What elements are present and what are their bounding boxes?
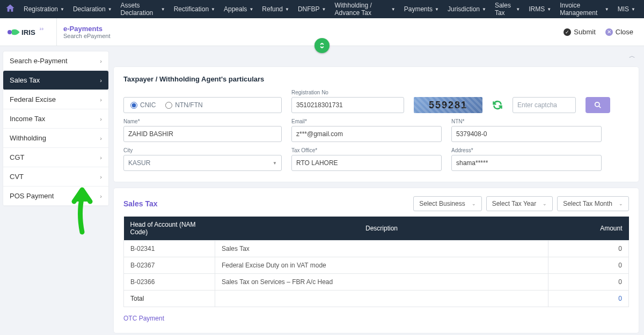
svg-point-3 bbox=[595, 102, 599, 107]
sales-tax-table: Head of Account (NAM Code) Description A… bbox=[123, 217, 629, 307]
collapse-toggle[interactable] bbox=[314, 38, 330, 53]
label-city: City bbox=[123, 147, 282, 153]
captcha-image: 559281 bbox=[414, 97, 482, 113]
table-header-amount: Amount bbox=[548, 217, 629, 241]
table-row: B-02366Sales Tax on Services – FBR A/c H… bbox=[124, 274, 629, 291]
submit-button[interactable]: ✓ Submit bbox=[564, 28, 595, 36]
table-row: B-02341Sales Tax0 bbox=[124, 241, 629, 257]
particulars-card: Taxpayer / Withholding Agent's particula… bbox=[114, 67, 639, 182]
nav-jurisdiction[interactable]: Jurisdiction▼ bbox=[444, 5, 489, 13]
table-header-code: Head of Account (NAM Code) bbox=[124, 217, 215, 241]
table-header-desc: Description bbox=[215, 217, 548, 241]
home-icon[interactable] bbox=[5, 3, 15, 16]
nav-mis[interactable]: MIS▼ bbox=[614, 5, 639, 13]
table-row: B-02367Federal Excise Duty on in VAT mod… bbox=[124, 257, 629, 274]
check-icon: ✓ bbox=[564, 28, 571, 36]
logo-area: IRIS 2.0 bbox=[5, 18, 57, 46]
select-business[interactable]: Select Business⌄ bbox=[413, 196, 481, 211]
panel-collapse-row: ︿ bbox=[114, 51, 639, 61]
nav-refund[interactable]: Refund▼ bbox=[259, 5, 292, 13]
input-address[interactable] bbox=[451, 155, 602, 171]
sidebar-item-cvt[interactable]: CVT› bbox=[3, 167, 108, 187]
particulars-heading: Taxpayer / Withholding Agent's particula… bbox=[123, 75, 629, 83]
search-button[interactable] bbox=[586, 97, 610, 113]
table-total-row: Total0 bbox=[124, 291, 629, 307]
radio-cnic[interactable]: CNIC bbox=[130, 101, 156, 109]
sidebar-item-cgt[interactable]: CGT› bbox=[3, 148, 108, 167]
nav-registration[interactable]: Registration▼ bbox=[20, 5, 68, 13]
select-tax-month[interactable]: Select Tax Month⌄ bbox=[557, 196, 629, 211]
submit-label: Submit bbox=[574, 28, 595, 36]
nav-appeals[interactable]: Appeals▼ bbox=[221, 5, 257, 13]
svg-text:IRIS: IRIS bbox=[21, 28, 35, 36]
input-email[interactable] bbox=[291, 126, 442, 142]
close-icon: ✕ bbox=[605, 28, 613, 36]
input-taxoffice[interactable] bbox=[291, 155, 442, 171]
input-ntn[interactable] bbox=[451, 126, 602, 142]
label-ntn: NTN* bbox=[451, 118, 602, 124]
id-type-radio-group: CNIC NTN/FTN bbox=[123, 97, 282, 113]
page-title: e-Payments bbox=[63, 25, 110, 33]
input-captcha[interactable] bbox=[513, 97, 576, 113]
nav-withholding[interactable]: Withholding / Advance Tax▼ bbox=[332, 2, 399, 17]
nav-payments[interactable]: Payments▼ bbox=[401, 5, 442, 13]
sales-tax-title: Sales Tax bbox=[123, 199, 158, 208]
select-city[interactable]: KASUR▼ bbox=[123, 155, 282, 171]
otc-payment-link[interactable]: OTC Payment bbox=[123, 315, 164, 322]
radio-ntn[interactable]: NTN/FTN bbox=[165, 101, 202, 109]
nav-rectification[interactable]: Rectification▼ bbox=[171, 5, 218, 13]
nav-invoice-management[interactable]: Invoice Management▼ bbox=[557, 2, 612, 17]
svg-point-0 bbox=[8, 30, 12, 34]
refresh-captcha-icon[interactable] bbox=[492, 100, 503, 113]
label-regno: Registration No bbox=[291, 90, 404, 95]
top-nav: Registration▼ Declaration▼ Assets Declar… bbox=[0, 0, 644, 18]
page-subtitle: Search ePayment bbox=[63, 33, 110, 39]
chevron-up-icon[interactable]: ︿ bbox=[629, 51, 635, 61]
input-regno[interactable] bbox=[291, 97, 404, 113]
page-title-block: e-Payments Search ePayment bbox=[57, 25, 110, 39]
label-email: Email* bbox=[291, 118, 442, 124]
sidebar-item-income-tax[interactable]: Income Tax› bbox=[3, 109, 108, 129]
sub-bar: IRIS 2.0 e-Payments Search ePayment ✓ Su… bbox=[0, 18, 644, 46]
sidebar-item-search-epayment[interactable]: Search e-Payment› bbox=[3, 51, 108, 71]
label-taxoffice: Tax Office* bbox=[291, 147, 442, 153]
close-label: Close bbox=[616, 28, 633, 36]
input-name[interactable] bbox=[123, 126, 282, 142]
sidebar-item-sales-tax[interactable]: Sales Tax› bbox=[3, 71, 108, 90]
close-button[interactable]: ✕ Close bbox=[605, 28, 633, 36]
nav-assets-declaration[interactable]: Assets Declaration▼ bbox=[118, 2, 169, 17]
sidebar-item-withholding[interactable]: Withholding› bbox=[3, 129, 108, 148]
nav-irms[interactable]: IRMS▼ bbox=[525, 5, 554, 13]
sales-tax-card: Sales Tax Select Business⌄ Select Tax Ye… bbox=[114, 188, 639, 333]
label-address: Address* bbox=[451, 147, 602, 153]
svg-text:2.0: 2.0 bbox=[40, 28, 43, 31]
iris-logo: IRIS 2.0 bbox=[5, 24, 48, 40]
sidebar: Search e-Payment› Sales Tax› Federal Exc… bbox=[3, 51, 108, 206]
nav-dnfbp[interactable]: DNFBP▼ bbox=[295, 5, 330, 13]
select-tax-year[interactable]: Select Tax Year⌄ bbox=[486, 196, 553, 211]
sidebar-item-federal-excise[interactable]: Federal Excise› bbox=[3, 90, 108, 109]
nav-declaration[interactable]: Declaration▼ bbox=[70, 5, 115, 13]
nav-sales-tax[interactable]: Sales Tax▼ bbox=[492, 2, 523, 17]
sidebar-item-pos-payment[interactable]: POS Payment› bbox=[3, 187, 108, 206]
label-name: Name* bbox=[123, 118, 282, 124]
